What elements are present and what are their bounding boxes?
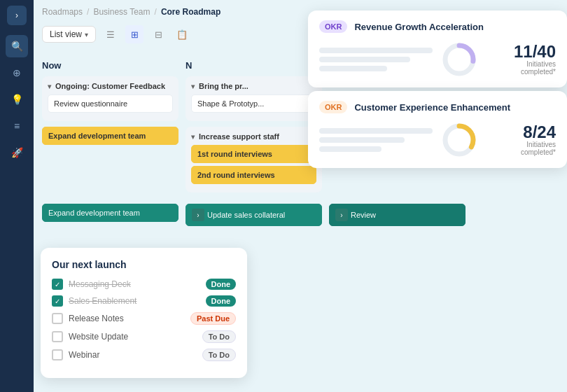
card-group-bring-product: ▾ Bring the pr... Shape & Prototyp... xyxy=(186,76,322,121)
okr-line xyxy=(319,48,433,53)
okr-stats-2: 8/24 Initiativescompleted* xyxy=(486,124,556,156)
checkbox-webinar[interactable] xyxy=(52,349,63,360)
list-view-label: List view xyxy=(50,29,82,39)
okr-title-1: Revenue Growth Acceleration xyxy=(354,22,483,32)
okr-badge-2: OKR xyxy=(319,101,347,113)
main-content: Roadmaps / Business Team / Core Roadmap … xyxy=(34,0,567,392)
okr-line xyxy=(319,66,387,71)
card-2nd-round[interactable]: 2nd round interviews xyxy=(191,166,316,184)
status-badge-release-notes: Past Due xyxy=(190,312,236,325)
sidebar-icon-search[interactable]: 🔍 xyxy=(6,35,28,57)
card-expand-dev-team-bottom[interactable]: Expand development team xyxy=(42,204,178,222)
card-group-support-staff: ▾ Increase support staff 1st round inter… xyxy=(186,127,322,192)
toolbar: List view ▾ ☰ ⊞ ⊟ 📋 xyxy=(42,25,191,43)
okr-line xyxy=(319,57,410,62)
group-label-customer-feedback: Ongoing: Customer Feedback xyxy=(55,82,165,90)
item-name-release-notes: Release Notes xyxy=(69,314,185,323)
okr-badge-1: OKR xyxy=(319,20,347,33)
okr-label-2: Initiativescompleted* xyxy=(521,141,556,156)
okr-card-revenue-growth: OKR Revenue Growth Acceleration 11/40 In… xyxy=(308,10,567,88)
okr-stats-1: 11/40 Initiativescompleted* xyxy=(486,43,556,76)
card-expand-dev-team-now[interactable]: Expand development team xyxy=(42,127,178,145)
checkbox-sales[interactable]: ✓ xyxy=(52,295,63,307)
launch-card: Our next launch ✓ Messaging Deck Done ✓ … xyxy=(41,248,247,378)
status-badge-webinar: To Do xyxy=(202,349,236,361)
group-label-bring-product: Bring the pr... xyxy=(199,82,248,90)
okr-line xyxy=(319,146,382,152)
card-update-sales-collateral[interactable]: › Update sales collateral xyxy=(186,204,322,226)
okr-title-2: Customer Experience Enhancement xyxy=(354,102,510,113)
checkbox-messaging[interactable]: ✓ xyxy=(52,279,63,290)
launch-item-website: Website Update To Do xyxy=(52,330,236,343)
checkbox-release-notes[interactable] xyxy=(52,313,63,324)
sidebar: › 🔍 ⊕ 💡 ≡ 🚀 xyxy=(0,0,34,392)
card-review-questionnaire[interactable]: Review questionnaire xyxy=(48,94,173,113)
launch-item-sales: ✓ Sales Enablement Done xyxy=(52,295,236,307)
sidebar-icon-menu[interactable]: ≡ xyxy=(6,115,28,137)
sidebar-icon-rocket[interactable]: 🚀 xyxy=(6,141,28,164)
breadcrumb-current: Core Roadmap xyxy=(161,7,220,17)
okr-number-2: 8/24 xyxy=(523,124,556,141)
view-icon-grid[interactable]: ⊟ xyxy=(149,25,167,43)
okr-donut-chart-1 xyxy=(441,41,477,78)
view-icon-list[interactable]: ☰ xyxy=(102,25,120,43)
checkbox-website[interactable] xyxy=(52,331,63,342)
bottom-col-2: › Update sales collateral xyxy=(186,204,322,229)
card-shape-prototype[interactable]: Shape & Prototyp... xyxy=(191,94,316,113)
expand-icon[interactable]: › xyxy=(192,209,204,221)
item-name-website: Website Update xyxy=(69,332,197,342)
breadcrumb: Roadmaps / Business Team / Core Roadmap xyxy=(42,7,220,17)
group-header-support-staff[interactable]: ▾ Increase support staff xyxy=(191,132,316,141)
card-1st-round[interactable]: 1st round interviews xyxy=(191,145,316,163)
item-name-messaging: Messaging Deck xyxy=(69,279,200,289)
launch-item-release-notes: Release Notes Past Due xyxy=(52,312,236,325)
chevron-down-icon: ▾ xyxy=(191,83,195,90)
board-col-now: Now ▾ Ongoing: Customer Feedback Review … xyxy=(42,60,178,198)
okr-number-1: 11/40 xyxy=(514,43,556,60)
okr-line xyxy=(319,137,405,143)
okr-label-1: Initiativescompleted* xyxy=(521,60,556,76)
okr-progress-lines-2 xyxy=(319,128,433,152)
breadcrumb-team[interactable]: Business Team xyxy=(93,7,150,17)
expand-icon-review[interactable]: › xyxy=(335,209,348,221)
okr-progress-lines-1 xyxy=(319,48,433,71)
launch-item-messaging: ✓ Messaging Deck Done xyxy=(52,279,236,290)
card-review[interactable]: › Review xyxy=(329,204,465,226)
sidebar-toggle[interactable]: › xyxy=(7,6,27,25)
breadcrumb-roadmaps[interactable]: Roadmaps xyxy=(42,7,83,17)
sidebar-icon-idea[interactable]: 💡 xyxy=(6,88,28,111)
group-label-support-staff: Increase support staff xyxy=(199,132,279,141)
chevron-down-icon: ▾ xyxy=(191,133,195,141)
group-header-customer-feedback[interactable]: ▾ Ongoing: Customer Feedback xyxy=(48,82,173,90)
status-badge-website: To Do xyxy=(202,330,236,343)
status-badge-sales: Done xyxy=(206,295,237,307)
board-col-next: N ▾ Bring the pr... Shape & Prototyp... … xyxy=(186,60,322,198)
okr-donut-chart-2 xyxy=(441,122,477,158)
okr-line xyxy=(319,128,433,134)
view-icon-board[interactable]: ⊞ xyxy=(125,25,144,43)
chevron-down-icon: ▾ xyxy=(48,83,51,90)
item-name-webinar: Webinar xyxy=(69,350,197,360)
card-group-customer-feedback: ▾ Ongoing: Customer Feedback Review ques… xyxy=(42,76,178,121)
okr-card-customer-experience: OKR Customer Experience Enhancement 8/24… xyxy=(308,91,567,168)
group-header-bring-product[interactable]: ▾ Bring the pr... xyxy=(191,82,316,90)
item-name-sales: Sales Enablement xyxy=(69,296,200,306)
col-header-now: Now xyxy=(42,60,178,76)
chevron-down-icon: ▾ xyxy=(85,31,88,38)
launch-item-webinar: Webinar To Do xyxy=(52,349,236,361)
col-header-next: N xyxy=(186,60,322,76)
view-icon-timeline[interactable]: 📋 xyxy=(173,25,191,43)
sidebar-icon-target[interactable]: ⊕ xyxy=(6,62,28,84)
list-view-button[interactable]: List view ▾ xyxy=(42,26,96,43)
bottom-col-3: › Review xyxy=(329,204,465,229)
bottom-col-1: Expand development team xyxy=(42,204,178,229)
launch-card-title: Our next launch xyxy=(52,259,236,270)
status-badge-messaging: Done xyxy=(206,279,237,290)
